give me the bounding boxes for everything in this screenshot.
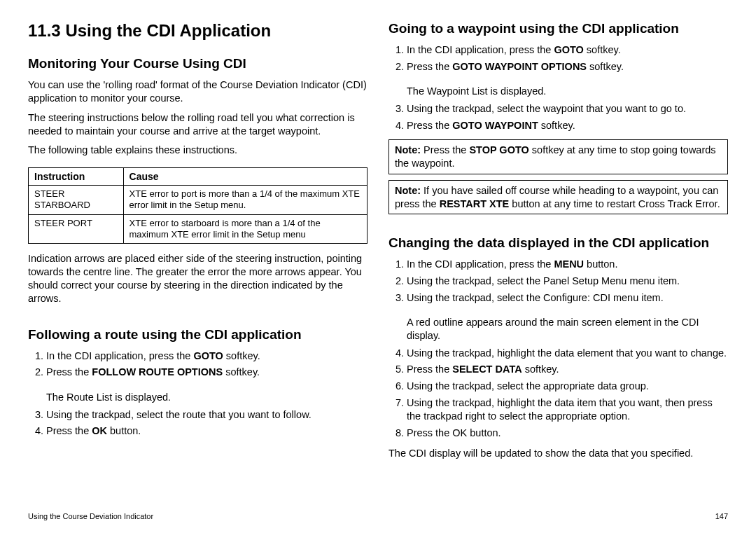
indent-text: The Waypoint List is displayed.	[407, 85, 728, 98]
th-cause: Cause	[123, 168, 367, 186]
list-item: Using the trackpad, select the Configure…	[407, 291, 728, 305]
note-box: Note: If you have sailed off course whil…	[388, 180, 728, 215]
td-cause: XTE error to starboard is more than a 1/…	[123, 214, 367, 244]
ordered-list: Using the trackpad, select the route tha…	[28, 408, 368, 441]
ordered-list: In the CDI application, press the GOTO s…	[388, 43, 728, 76]
td-instruction: STEER STARBOARD	[29, 186, 124, 215]
left-column: 11.3 Using the CDI Application Monitorin…	[28, 21, 368, 497]
para: The steering instructions below the roll…	[28, 111, 368, 138]
list-item: Using the trackpad, select the route tha…	[46, 408, 368, 422]
ordered-list: In the CDI application, press the MENU b…	[388, 258, 728, 307]
list-item: Press the OK button.	[407, 427, 728, 441]
list-item: Press the FOLLOW ROUTE OPTIONS softkey.	[46, 366, 368, 380]
table-header-row: Instruction Cause	[29, 168, 368, 186]
td-instruction: STEER PORT	[29, 214, 124, 244]
list-item: Using the trackpad, highlight the data e…	[407, 347, 728, 361]
heading-following-route: Following a route using the CDI applicat…	[28, 327, 368, 342]
th-instruction: Instruction	[29, 168, 124, 186]
list-item: Using the trackpad, select the waypoint …	[407, 102, 728, 116]
list-item: In the CDI application, press the GOTO s…	[46, 349, 368, 364]
list-item: Press the SELECT DATA softkey.	[407, 363, 728, 377]
note-box: Note: Press the STOP GOTO softkey at any…	[388, 139, 728, 174]
note-label: Note:	[395, 144, 424, 155]
td-cause: XTE error to port is more than a 1/4 of …	[123, 186, 367, 215]
page-columns: 11.3 Using the CDI Application Monitorin…	[28, 21, 728, 497]
heading-changing-data: Changing the data displayed in the CDI a…	[388, 235, 728, 251]
table-row: STEER STARBOARD XTE error to port is mor…	[29, 186, 368, 215]
list-item: Press the GOTO WAYPOINT softkey.	[407, 119, 728, 133]
list-item: Press the OK button.	[46, 424, 368, 438]
list-item: Using the trackpad, highlight the data i…	[407, 396, 728, 424]
ordered-list: In the CDI application, press the GOTO s…	[28, 349, 368, 382]
page-footer: Using the Course Deviation Indicator 147	[28, 512, 728, 520]
heading-monitoring: Monitoring Your Course Using CDI	[28, 56, 368, 71]
para: The following table explains these instr…	[28, 144, 368, 157]
list-item: Using the trackpad, select the appropria…	[407, 380, 728, 394]
list-item: Press the GOTO WAYPOINT OPTIONS softkey.	[407, 60, 728, 74]
section-title-11-3: 11.3 Using the CDI Application	[28, 21, 368, 41]
right-column: Going to a waypoint using the CDI applic…	[388, 21, 728, 497]
instruction-table: Instruction Cause STEER STARBOARD XTE er…	[28, 167, 368, 244]
para: The CDI display will be updated to show …	[388, 447, 728, 460]
page-number: 147	[715, 512, 728, 520]
para: Indication arrows are placed either side…	[28, 252, 368, 305]
note-label: Note:	[395, 185, 424, 196]
heading-going-to-waypoint: Going to a waypoint using the CDI applic…	[388, 21, 728, 36]
indent-text: The Route List is displayed.	[46, 391, 368, 404]
list-item: Using the trackpad, select the Panel Set…	[407, 275, 728, 289]
list-item: In the CDI application, press the GOTO s…	[407, 43, 728, 57]
indent-text: A red outline appears around the main sc…	[407, 316, 728, 342]
ordered-list: Using the trackpad, select the waypoint …	[388, 102, 728, 135]
footer-title: Using the Course Deviation Indicator	[28, 512, 153, 520]
ordered-list: Using the trackpad, highlight the data e…	[388, 347, 728, 443]
table-row: STEER PORT XTE error to starboard is mor…	[29, 214, 368, 244]
list-item: In the CDI application, press the MENU b…	[407, 258, 728, 272]
para: You can use the 'rolling road' format of…	[28, 78, 368, 105]
